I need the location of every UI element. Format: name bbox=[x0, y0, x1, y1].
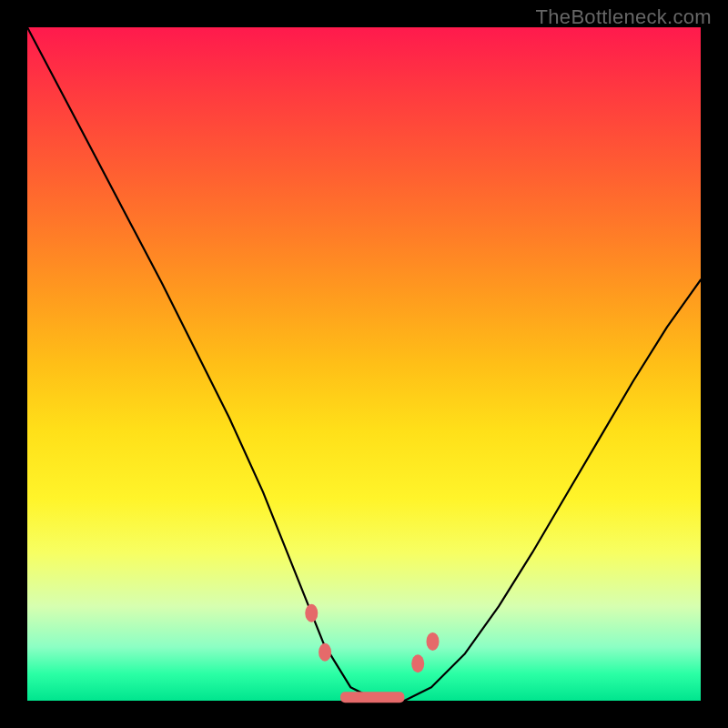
highlight-marker bbox=[427, 632, 440, 651]
bottleneck-curve bbox=[27, 27, 701, 701]
chart-svg bbox=[27, 27, 701, 701]
highlight-marker bbox=[411, 654, 424, 672]
watermark-text: TheBottleneck.com bbox=[536, 5, 712, 29]
flat-region-runner bbox=[340, 692, 404, 703]
highlight-marker bbox=[318, 643, 331, 662]
highlight-marker bbox=[305, 604, 318, 622]
marker-group bbox=[305, 604, 439, 673]
chart-plot-area bbox=[27, 27, 701, 701]
